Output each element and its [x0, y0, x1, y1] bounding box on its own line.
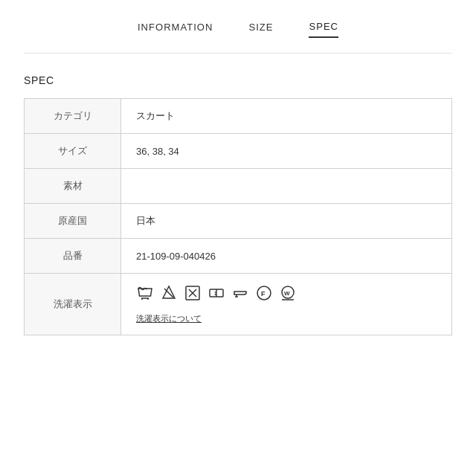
table-row: 素材	[25, 169, 452, 204]
label-laundry: 洗濯表示	[25, 274, 121, 335]
spec-table: カテゴリ スカート サイズ 36, 38, 34 素材 原産国 日本 品番 21…	[24, 98, 452, 335]
no-tumble-dry-icon	[184, 284, 202, 304]
table-row: サイズ 36, 38, 34	[25, 134, 452, 169]
value-category: スカート	[121, 99, 452, 134]
value-product-number: 21-109-09-040426	[121, 239, 452, 274]
svg-text:1: 1	[214, 291, 217, 296]
tab-information[interactable]: INFORMATION	[138, 22, 213, 37]
value-material	[121, 169, 452, 204]
label-product-number: 品番	[25, 239, 121, 274]
laundry-info-link[interactable]: 洗濯表示について	[136, 313, 202, 324]
value-origin: 日本	[121, 204, 452, 239]
svg-text:W: W	[284, 290, 290, 297]
value-size: 36, 38, 34	[121, 134, 452, 169]
table-row-laundry: 洗濯表示	[25, 274, 452, 335]
laundry-icons-group: 1	[136, 284, 440, 304]
table-row: 品番 21-109-09-040426	[25, 239, 452, 274]
label-category: カテゴリ	[25, 99, 121, 134]
page-container: INFORMATION SIZE SPEC SPEC カテゴリ スカート サイズ…	[0, 0, 476, 476]
value-laundry: 1	[121, 274, 452, 335]
wet-clean-w-icon: W	[279, 284, 297, 304]
section-title: SPEC	[24, 74, 452, 86]
label-origin: 原産国	[25, 204, 121, 239]
iron-icon	[231, 284, 249, 304]
label-material: 素材	[25, 169, 121, 204]
wash-tub-icon	[136, 284, 154, 304]
label-size: サイズ	[25, 134, 121, 169]
tab-size[interactable]: SIZE	[248, 22, 273, 37]
dry-clean-f-icon: F	[255, 284, 273, 304]
table-row: 原産国 日本	[25, 204, 452, 239]
tab-spec[interactable]: SPEC	[309, 21, 338, 38]
table-row: カテゴリ スカート	[25, 99, 452, 134]
flat-dry-icon: 1	[208, 284, 225, 304]
svg-text:F: F	[261, 290, 266, 298]
tab-navigation: INFORMATION SIZE SPEC	[24, 0, 452, 54]
no-bleach-icon	[160, 284, 178, 304]
